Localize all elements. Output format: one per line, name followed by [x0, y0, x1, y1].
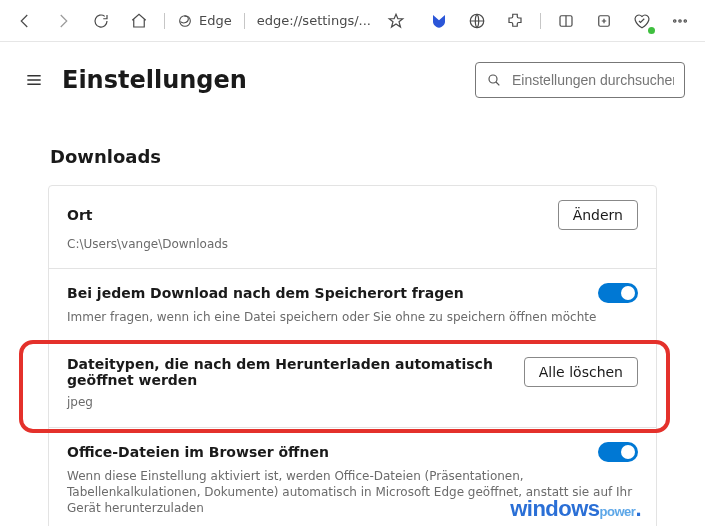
browser-toolbar: Edge edge://settings/... — [0, 0, 705, 42]
refresh-button[interactable] — [84, 4, 118, 38]
back-button[interactable] — [8, 4, 42, 38]
section-title: Downloads — [50, 146, 657, 167]
malwarebytes-icon[interactable] — [422, 4, 456, 38]
location-label: Ort — [67, 207, 93, 223]
search-input[interactable] — [512, 72, 674, 88]
ask-location-toggle[interactable] — [598, 283, 638, 303]
svg-point-6 — [684, 19, 686, 21]
svg-point-5 — [679, 19, 681, 21]
menu-button[interactable] — [20, 66, 48, 94]
office-desc: Wenn diese Einstellung aktiviert ist, we… — [67, 468, 638, 517]
location-path: C:\Users\vange\Downloads — [67, 236, 638, 252]
settings-content: Downloads Ort Ändern C:\Users\vange\Down… — [0, 146, 705, 526]
performance-button[interactable] — [625, 4, 659, 38]
change-location-button[interactable]: Ändern — [558, 200, 638, 230]
page-title: Einstellungen — [62, 66, 247, 94]
office-row: Office-Dateien im Browser öffnen Wenn di… — [49, 427, 656, 526]
split-screen-button[interactable] — [549, 4, 583, 38]
site-label: Edge — [199, 13, 232, 28]
home-button[interactable] — [122, 4, 156, 38]
downloads-card: Ort Ändern C:\Users\vange\Downloads Bei … — [48, 185, 657, 526]
toolbar-separator — [540, 13, 541, 29]
collections-button[interactable] — [587, 4, 621, 38]
forward-button — [46, 4, 80, 38]
settings-search[interactable] — [475, 62, 685, 98]
auto-open-row: Dateitypen, die nach dem Herunterladen a… — [49, 341, 656, 426]
ask-location-row: Bei jedem Download nach dem Speicherort … — [49, 268, 656, 341]
location-row: Ort Ändern C:\Users\vange\Downloads — [49, 186, 656, 268]
office-label: Office-Dateien im Browser öffnen — [67, 444, 329, 460]
clear-all-button[interactable]: Alle löschen — [524, 357, 638, 387]
address-text[interactable]: edge://settings/... — [253, 13, 375, 28]
settings-header: Einstellungen — [0, 42, 705, 116]
auto-open-label: Dateitypen, die nach dem Herunterladen a… — [67, 356, 512, 388]
more-button[interactable] — [663, 4, 697, 38]
search-icon — [486, 72, 502, 88]
ask-location-label: Bei jedem Download nach dem Speicherort … — [67, 285, 464, 301]
globe-icon[interactable] — [460, 4, 494, 38]
extensions-button[interactable] — [498, 4, 532, 38]
auto-open-filetypes: jpeg — [67, 394, 638, 410]
favorite-button[interactable] — [379, 4, 413, 38]
toolbar-separator — [244, 13, 245, 29]
svg-point-4 — [674, 19, 676, 21]
ask-location-desc: Immer fragen, wenn ich eine Datei speich… — [67, 309, 638, 325]
edge-icon — [177, 13, 193, 29]
svg-point-7 — [489, 75, 497, 83]
toolbar-separator — [164, 13, 165, 29]
site-identity[interactable]: Edge — [173, 13, 236, 29]
office-toggle[interactable] — [598, 442, 638, 462]
svg-point-0 — [180, 15, 191, 26]
